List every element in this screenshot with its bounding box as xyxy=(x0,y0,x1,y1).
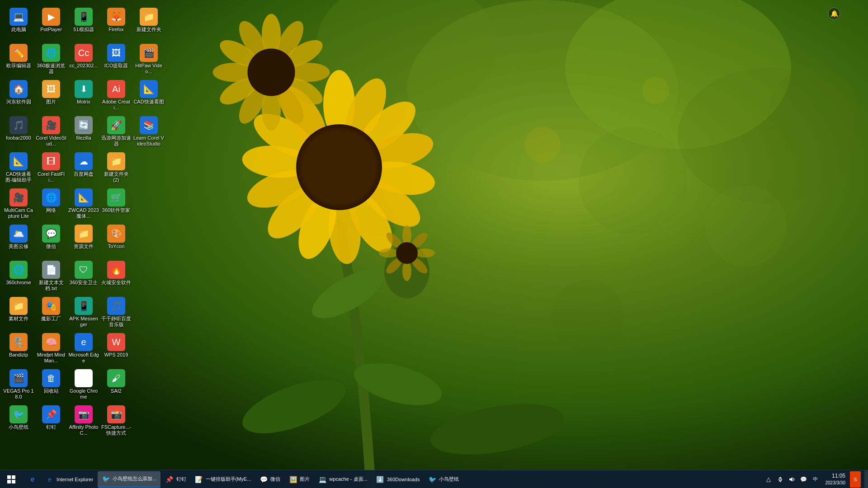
desktop-icon-ico-extract[interactable]: 🖼 ICO提取器 xyxy=(100,42,132,78)
desktop-icon-new-folder[interactable]: 📁 新建文件夹 xyxy=(132,6,165,42)
desktop-icon-cad-view2[interactable]: 📐 CAD快速看图 xyxy=(132,78,165,114)
tray-volume[interactable] xyxy=(787,471,797,488)
tray-network[interactable] xyxy=(775,471,786,488)
taskbar-label-yijian-task: 一键排版助手(MyE... xyxy=(206,476,251,483)
desktop-icon-mojing[interactable]: 🎭 魔影工厂 xyxy=(35,295,67,331)
taskbar-icon-wechat-task: 💬 xyxy=(259,475,268,484)
desktop-icon-cad-quick[interactable]: 📐 CAD快速看图-编辑助手 xyxy=(2,150,35,187)
icon-image-ziyuan: 📁 xyxy=(75,225,93,243)
desktop-icon-zwcad[interactable]: 📐 ZWCAD 2023 魔体... xyxy=(67,187,100,223)
desktop-icon-oerrep[interactable]: ✏️ 欧菲编辑器 xyxy=(2,42,35,78)
desktop-icon-meitu-cloud[interactable]: 🌥️ 美图云修 xyxy=(2,223,35,259)
icon-label-corel-fast: Corel FastFli... xyxy=(36,171,66,183)
desktop-icon-grid: 💻 此电脑 ✏️ 欧菲编辑器 🏠 河东软件园 🎵 foobar2000 📐 CA… xyxy=(0,4,163,455)
tray-360[interactable]: S xyxy=(850,471,861,488)
taskbar-item-photos-task[interactable]: 🖼️ 图片 xyxy=(285,471,313,488)
desktop-icon-360chrome[interactable]: 🌐 360chrome xyxy=(2,259,35,295)
desktop-icon-hitpaw[interactable]: 🎬 HitPaw Video... xyxy=(132,42,165,78)
icon-image-baidu-disk: ☁ xyxy=(75,152,93,170)
desktop-icon-toycon[interactable]: 🎨 ToYcon xyxy=(100,223,132,259)
tray-wechat[interactable]: 💬 xyxy=(798,471,809,488)
desktop-icon-baidu-disk[interactable]: ☁ 百度网盘 xyxy=(67,150,100,187)
desktop-icon-vegas[interactable]: 🎬 VEGAS Pro 18.0 xyxy=(2,367,35,404)
desktop-icon-firefox[interactable]: 🦊 Firefox xyxy=(100,6,132,42)
icon-image-new-folder: 📁 xyxy=(140,8,158,26)
desktop-icon-fscapture[interactable]: 📸 FSCapture...- 快捷方式 xyxy=(100,404,132,440)
desktop-icon-pictures[interactable]: 🖼 图片 xyxy=(35,78,67,114)
taskbar-item-yijian-task[interactable]: 📝 一键排版助手(MyE... xyxy=(191,471,255,488)
desktop-icon-huocheng[interactable]: 🔥 火城安全软件 xyxy=(100,259,132,295)
taskbar-ie[interactable]: e xyxy=(24,471,41,488)
icon-image-adobe-creative: Ai xyxy=(107,80,125,98)
icon-image-cc2023: Cc xyxy=(75,44,93,62)
taskbar-label-xn-wallpaper2-task: 小鸟壁纸 xyxy=(439,476,459,483)
desktop-icon-youxi-accel[interactable]: 🚀 迅游网游加速器 xyxy=(100,114,132,150)
start-button[interactable] xyxy=(0,470,23,488)
desktop-icon-adobe-creative[interactable]: Ai Adobe Creati... xyxy=(100,78,132,114)
svg-text:🔔: 🔔 xyxy=(830,10,839,18)
icon-image-apk-messenger: 📱 xyxy=(75,297,93,315)
desktop-icon-edge[interactable]: e Microsoft Edge xyxy=(67,331,100,367)
desktop-icon-sucai[interactable]: 📁 素材文件 xyxy=(2,295,35,331)
taskbar-item-wpcache-task[interactable]: 💻 wpcache - 桌面... xyxy=(314,471,371,488)
desktop-icon-cc2023[interactable]: Cc cc_202302... xyxy=(67,42,100,78)
desktop-icon-ziyuan[interactable]: 📁 资源文件 xyxy=(67,223,100,259)
icon-image-potplayer: ▶ xyxy=(42,8,60,26)
desktop-icon-recycle[interactable]: 🗑 回收站 xyxy=(35,367,67,404)
clock-display[interactable]: 11:05 2023/3/30 xyxy=(822,472,849,486)
desktop-icon-new-txt[interactable]: 📄 新建文本文档.txt xyxy=(35,259,67,295)
icon-label-meitu-cloud: 美图云修 xyxy=(9,244,28,249)
icon-label-cad-view2: CAD快速看图 xyxy=(133,99,164,105)
desktop-icon-corel-video[interactable]: 🎥 Corel VideoStud... xyxy=(35,114,67,150)
desktop-icon-bandizip[interactable]: 🗜️ Bandizip xyxy=(2,331,35,367)
desktop-icon-multicam[interactable]: 🎥 MultiCam Capture Lite xyxy=(2,187,35,223)
desktop-icon-xn-wallpaper[interactable]: 🐦 小鸟壁纸 xyxy=(2,404,35,440)
taskbar-icon-dingding-task: 📌 xyxy=(165,475,174,484)
taskbar-items: e e Internet Explorer 🐦 小鸟壁纸怎么添加... 📌 钉钉… xyxy=(23,470,760,488)
desktop-icon-google-chrome[interactable]: ⊙ Google Chrome xyxy=(67,367,100,404)
desktop-icon-360-security[interactable]: 🛡 360安全卫士 xyxy=(67,259,100,295)
desktop-area: 💻 此电脑 ✏️ 欧菲编辑器 🏠 河东软件园 🎵 foobar2000 📐 CA… xyxy=(0,0,868,488)
desktop-icon-network[interactable]: 🌐 网络 xyxy=(35,187,67,223)
icon-image-360chrome: 🌐 xyxy=(9,261,28,279)
desktop-icon-potplayer[interactable]: ▶ PotPlayer xyxy=(35,6,67,42)
icon-image-hedong: 🏠 xyxy=(9,80,28,98)
desktop-icon-qianqian[interactable]: 🎵 千千静听百度音乐版 xyxy=(100,295,132,331)
tray-ime[interactable]: 中 xyxy=(810,471,821,488)
taskbar-item-xn-wallpaper-task[interactable]: 🐦 小鸟壁纸怎么添加... xyxy=(98,471,160,488)
taskbar-item-dingding-task[interactable]: 📌 钉钉 xyxy=(161,471,190,488)
desktop-icon-hedong[interactable]: 🏠 河东软件园 xyxy=(2,78,35,114)
desktop-icon-51sim[interactable]: 📱 51模拟器 xyxy=(67,6,100,42)
desktop-icon-filezilla[interactable]: 🔄 filezilla xyxy=(67,114,100,150)
desktop-icon-360-software[interactable]: 🛒 360软件管家 xyxy=(100,187,132,223)
icon-label-pictures: 图片 xyxy=(46,99,56,105)
desktop-icon-mindjet[interactable]: 🧠 Mindjet MindMan... xyxy=(35,331,67,367)
icon-label-wps2019: WPS 2019 xyxy=(104,352,128,358)
desktop-icon-foobar2000[interactable]: 🎵 foobar2000 xyxy=(2,114,35,150)
desktop-icon-wps2019[interactable]: W WPS 2019 xyxy=(100,331,132,367)
show-desktop-button[interactable] xyxy=(864,470,868,488)
taskbar-item-wechat-task[interactable]: 💬 微信 xyxy=(255,471,284,488)
tray-expand[interactable]: △ xyxy=(763,471,774,488)
desktop-icon-sai2[interactable]: 🖌 SAI2 xyxy=(100,367,132,404)
desktop-icon-computer[interactable]: 💻 此电脑 xyxy=(2,6,35,42)
taskbar-item-360downloads-task[interactable]: ⬇️ 360Downloads xyxy=(372,471,424,488)
icon-label-motrix: Motrix xyxy=(77,99,90,105)
svg-rect-60 xyxy=(12,480,15,483)
taskbar: e e Internet Explorer 🐦 小鸟壁纸怎么添加... 📌 钉钉… xyxy=(0,470,868,488)
desktop-icon-motrix[interactable]: ⬇ Motrix xyxy=(67,78,100,114)
desktop-icon-wechat[interactable]: 💬 微信 xyxy=(35,223,67,259)
desktop-icon-learn-corel[interactable]: 📚 Learn Corel VideoStudio xyxy=(132,114,165,150)
desktop-icon-dingding[interactable]: 📌 钉钉 xyxy=(35,404,67,440)
taskbar-item-ie[interactable]: e Internet Explorer xyxy=(42,471,97,488)
taskbar-icon-xn-wallpaper2-task: 🐦 xyxy=(428,475,437,484)
icon-label-dingding: 钉钉 xyxy=(46,424,56,430)
icon-label-youxi-accel: 迅游网游加速器 xyxy=(101,135,132,147)
desktop-icon-360browser[interactable]: 🌐 360极速浏览器 xyxy=(35,42,67,78)
taskbar-icon-xn-wallpaper-task: 🐦 xyxy=(101,474,110,483)
taskbar-item-xn-wallpaper2-task[interactable]: 🐦 小鸟壁纸 xyxy=(424,471,462,488)
desktop-icon-new-folder2[interactable]: 📁 新建文件夹(2) xyxy=(100,150,132,187)
desktop-icon-apk-messenger[interactable]: 📱 APK Messenger xyxy=(67,295,100,331)
desktop-icon-affinity-photo[interactable]: 📷 Affinity Photo C... xyxy=(67,404,100,440)
desktop-icon-corel-fast[interactable]: 🎞 Corel FastFli... xyxy=(35,150,67,187)
